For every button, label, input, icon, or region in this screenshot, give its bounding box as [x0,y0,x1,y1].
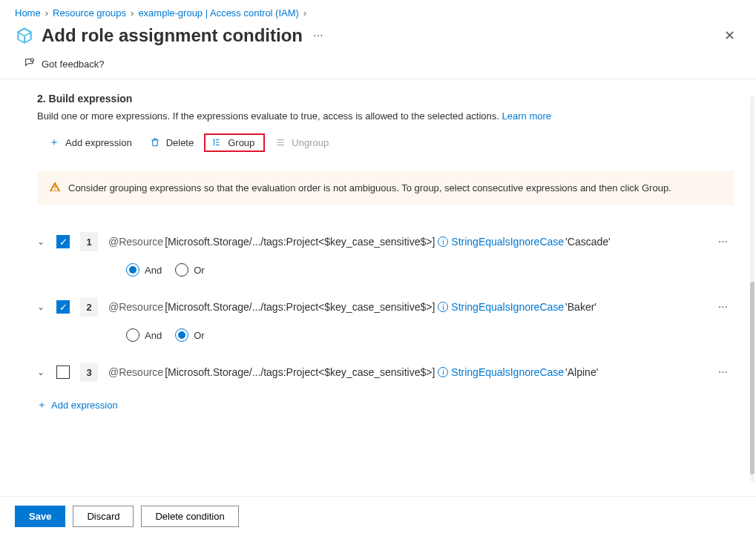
expression-row: ⌄3@Resource[Microsoft.Storage/.../tags:P… [37,358,734,386]
trash-icon [150,137,162,148]
chevron-down-icon[interactable]: ⌄ [37,302,50,312]
logic-and-label: And [145,330,162,341]
discard-button[interactable]: Discard [73,506,134,527]
operator: StringEqualsIgnoreCase [451,366,564,378]
logic-or-radio[interactable]: Or [175,263,204,277]
section-title: 2. Build expression [37,93,734,105]
radio-icon [175,263,188,277]
feedback-text: Got feedback? [42,59,105,70]
save-button[interactable]: Save [15,506,65,527]
info-icon[interactable]: i [438,236,448,247]
svg-rect-2 [54,189,55,190]
row-more-icon[interactable]: ··· [712,365,734,379]
resource-token: @Resource [108,301,163,313]
page-header: Add role assignment condition ··· ✕ [0,21,756,53]
plus-icon: ＋ [49,136,61,149]
warning-icon [49,181,61,195]
resource-token: @Resource [108,236,163,248]
operator: StringEqualsIgnoreCase [451,301,564,313]
expression-checkbox[interactable] [56,365,70,379]
logic-or-radio[interactable]: Or [175,328,204,342]
radio-icon [175,328,188,342]
plus-icon: ＋ [37,398,47,411]
logic-and-radio[interactable]: And [126,328,162,342]
value-literal: 'Cascade' [565,236,611,248]
chevron-down-icon[interactable]: ⌄ [37,236,50,247]
expression-number: 3 [80,363,98,382]
warning-banner: Consider grouping expressions so that th… [37,171,734,205]
expression-toolbar: ＋ Add expression Delete Group Ungroup [37,132,734,153]
breadcrumb-group[interactable]: example-group | Access control (IAM) [138,7,299,19]
chevron-right-icon: › [303,7,306,19]
learn-more-link[interactable]: Learn more [502,110,551,122]
expression-number: 1 [80,232,98,251]
page-title: Add role assignment condition [42,25,303,46]
value-literal: 'Baker' [565,301,596,313]
radio-icon [126,263,139,277]
group-button[interactable]: Group [204,133,265,152]
breadcrumb: Home › Resource groups › example-group |… [0,0,756,21]
expression-row: ⌄1@Resource[Microsoft.Storage/.../tags:P… [37,228,734,256]
logic-and-label: And [145,265,162,276]
chevron-right-icon: › [131,7,134,19]
ungroup-icon [275,137,287,148]
section-description: Build one or more expressions. If the ex… [37,110,734,122]
warning-text: Consider grouping expressions so that th… [68,182,671,193]
row-more-icon[interactable]: ··· [712,300,734,314]
radio-icon [126,328,139,342]
feedback-icon [24,57,36,71]
info-icon[interactable]: i [438,302,448,312]
scrollbar-thumb[interactable] [750,282,755,474]
feedback-link[interactable]: Got feedback? [0,53,756,79]
row-more-icon[interactable]: ··· [712,235,734,248]
cube-icon [15,26,34,45]
group-icon [211,137,223,148]
expression-row: ⌄2@Resource[Microsoft.Storage/.../tags:P… [37,293,734,321]
chevron-down-icon[interactable]: ⌄ [37,367,50,377]
svg-point-0 [30,59,33,62]
resource-path: [Microsoft.Storage/.../tags:Project<$key… [165,301,435,313]
resource-path: [Microsoft.Storage/.../tags:Project<$key… [165,236,435,248]
delete-button[interactable]: Delete [142,133,202,152]
more-icon[interactable]: ··· [313,29,323,42]
expression-text: @Resource[Microsoft.Storage/.../tags:Pro… [108,366,706,378]
info-icon[interactable]: i [438,367,448,377]
logic-connector: AndOr [37,256,734,293]
footer: Save Discard Delete condition [0,496,756,536]
operator: StringEqualsIgnoreCase [451,236,564,248]
expression-text: @Resource[Microsoft.Storage/.../tags:Pro… [108,236,706,248]
value-literal: 'Alpine' [565,366,598,378]
breadcrumb-home[interactable]: Home [15,7,41,19]
chevron-right-icon: › [45,7,48,19]
logic-or-label: Or [194,330,204,341]
delete-condition-button[interactable]: Delete condition [141,506,238,527]
svg-rect-1 [54,186,55,188]
expression-text: @Resource[Microsoft.Storage/.../tags:Pro… [108,301,706,313]
add-expression-link[interactable]: ＋ Add expression [37,398,734,411]
resource-token: @Resource [108,366,163,378]
expression-checkbox[interactable] [56,235,70,248]
logic-or-label: Or [194,265,204,276]
close-button[interactable]: ✕ [718,24,741,47]
ungroup-button: Ungroup [268,133,336,152]
logic-and-radio[interactable]: And [126,263,162,277]
breadcrumb-resource-groups[interactable]: Resource groups [53,7,126,19]
resource-path: [Microsoft.Storage/.../tags:Project<$key… [165,366,435,378]
logic-connector: AndOr [37,321,734,358]
expression-number: 2 [80,297,98,317]
add-expression-button[interactable]: ＋ Add expression [42,132,139,153]
expression-checkbox[interactable] [56,300,70,314]
content-area: 2. Build expression Build one or more ex… [0,79,756,479]
